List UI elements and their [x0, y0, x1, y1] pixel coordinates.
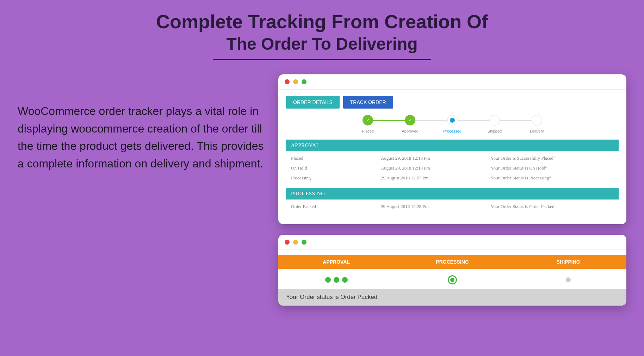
step-label-delivery: Delivery — [530, 129, 544, 133]
heading-line-1: Complete Tracking From Creation Of — [0, 11, 644, 32]
status-window: APPROVAL PROCESSING SHIPPING — [278, 235, 626, 306]
close-icon[interactable] — [285, 79, 290, 84]
status-cell: Processing — [286, 173, 376, 183]
date-cell: August 29, 2018 12:18 Pm — [376, 163, 486, 173]
step-processed-icon — [447, 115, 458, 125]
minimize-icon[interactable] — [293, 79, 298, 84]
tracking-window: ORDER DETAILS TRACK ORDER ✓ Placed ✓ App… — [278, 74, 626, 224]
msg-cell: Your Order Status Is Processing" — [485, 173, 619, 183]
status-cell: Order Packed — [286, 200, 376, 211]
window-chrome — [278, 235, 626, 250]
maximize-icon[interactable] — [302, 79, 306, 84]
pending-dot-icon — [566, 277, 571, 282]
section-approval: APPROVAL — [286, 140, 619, 151]
section-processing: PROCESSING — [286, 188, 619, 200]
step-label-shipped: Shipped — [488, 129, 502, 133]
minimize-icon[interactable] — [293, 240, 298, 245]
heading-line-2: The Order To Delivering — [0, 34, 644, 54]
stage-processing: PROCESSING — [394, 255, 510, 269]
stage-approval: APPROVAL — [278, 255, 394, 269]
step-label-approved: Approved — [402, 129, 418, 133]
step-shipped-icon — [489, 115, 500, 125]
current-step-icon — [448, 275, 457, 284]
step-approved-icon: ✓ — [405, 115, 415, 125]
stage-dots-row — [278, 269, 626, 289]
status-cell: On Hold — [286, 163, 376, 173]
tab-order-details[interactable]: ORDER DETAILS — [286, 96, 340, 109]
step-placed-icon: ✓ — [363, 115, 373, 125]
stage-header: APPROVAL PROCESSING SHIPPING — [278, 255, 626, 269]
msg-cell: Your Order Is Successfully Placed" — [485, 151, 619, 163]
description-column: WooCommerce order tracker plays a vital … — [18, 74, 264, 306]
window-chrome — [278, 74, 626, 90]
table-row: Order Packed 29 August,2018 12:28 Pm You… — [286, 200, 619, 211]
date-cell: 29 August,2018 12:28 Pm — [376, 200, 486, 211]
body-text: WooCommerce order tracker plays a vital … — [18, 103, 264, 172]
table-row: On Hold August 29, 2018 12:18 Pm Your Or… — [286, 163, 619, 173]
page-heading: Complete Tracking From Creation Of The O… — [0, 0, 644, 60]
stage-shipping: SHIPPING — [510, 255, 626, 269]
step-label-processed: Processed — [443, 129, 462, 133]
msg-cell: Your Order Status Is Order Packed — [485, 200, 619, 211]
approval-table: Placed August 29, 2018 12:18 Pm Your Ord… — [286, 151, 619, 183]
status-message: Your Order status is Order Packed — [278, 289, 626, 306]
processing-table: Order Packed 29 August,2018 12:28 Pm You… — [286, 200, 619, 211]
close-icon[interactable] — [285, 240, 290, 245]
progress-dot-icon — [325, 277, 331, 283]
table-row: Placed August 29, 2018 12:18 Pm Your Ord… — [286, 151, 619, 163]
progress-dot-icon — [342, 277, 348, 283]
date-cell: August 29, 2018 12:18 Pm — [376, 151, 486, 163]
step-delivery-icon — [532, 115, 542, 125]
maximize-icon[interactable] — [302, 240, 306, 245]
msg-cell: Your Order Status Is On Hold" — [485, 163, 619, 173]
tab-track-order[interactable]: TRACK ORDER — [343, 96, 393, 109]
progress-dot-icon — [334, 277, 339, 283]
step-label-placed: Placed — [362, 129, 374, 133]
date-cell: 29 August,2018 12:27 Pm — [376, 173, 486, 183]
status-cell: Placed — [286, 151, 376, 163]
progress-steps: ✓ Placed ✓ Approved Processed — [286, 115, 619, 133]
table-row: Processing 29 August,2018 12:27 Pm Your … — [286, 173, 619, 183]
